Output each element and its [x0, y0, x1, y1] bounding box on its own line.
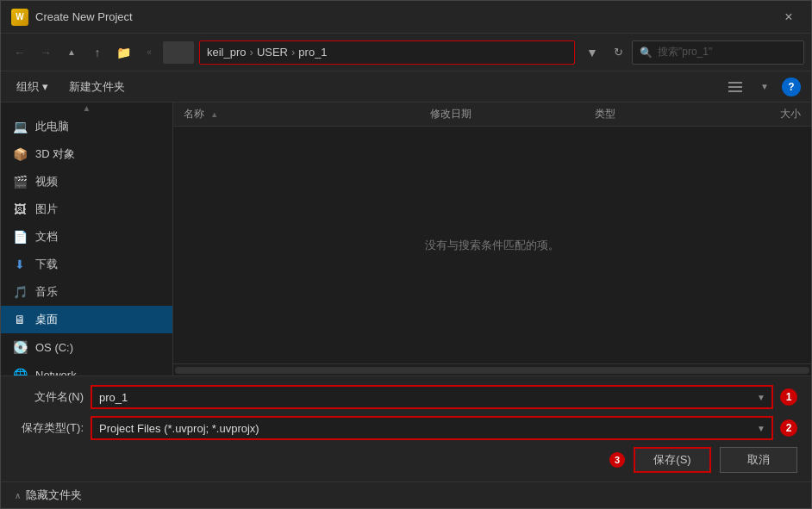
main-content: ▲ 💻 此电脑 📦 3D 对象 🎬 视频 🖼 图片 📄 文档: [1, 102, 811, 376]
3d-icon: 📦: [11, 146, 28, 163]
file-list-body: 没有与搜索条件匹配的项。: [173, 127, 811, 363]
nav-separator: «: [137, 40, 161, 65]
sidebar-item-os[interactable]: 💽 OS (C:): [1, 333, 172, 361]
breadcrumb-part2: USER: [257, 46, 288, 59]
up-small-button[interactable]: ▲: [59, 40, 84, 65]
nav-bar: ← → ▲ ↑ 📁 « keil_pro › USER › pro_1 ▼ ↻ …: [1, 34, 811, 71]
filetype-row: 保存类型(T): ▼ 2: [15, 416, 797, 440]
desktop-icon: 🖥: [11, 311, 28, 328]
chevron-icon: ∧: [15, 491, 21, 500]
sidebar-label-doc: 文档: [35, 229, 58, 245]
sidebar-item-3d[interactable]: 📦 3D 对象: [1, 140, 172, 168]
h-scroll-track[interactable]: [175, 367, 809, 374]
svg-rect-2: [728, 90, 742, 92]
search-box[interactable]: 🔍 搜索"pro_1": [632, 40, 804, 65]
badge-2: 2: [780, 419, 797, 437]
photo-icon: 🖼: [11, 201, 28, 218]
filename-label: 文件名(N): [15, 389, 84, 405]
sidebar-item-network[interactable]: 🌐 Network: [1, 361, 172, 376]
network-icon: 🌐: [11, 366, 28, 376]
save-button[interactable]: 保存(S): [634, 447, 711, 473]
filename-row: 文件名(N) ▼ 1: [15, 385, 797, 409]
column-headers: 名称 ▲ 修改日期 类型 大小: [173, 102, 811, 127]
sidebar-item-video[interactable]: 🎬 视频: [1, 168, 172, 196]
col-name[interactable]: 名称 ▲: [184, 107, 430, 121]
forward-button[interactable]: →: [34, 40, 58, 65]
badge-3: 3: [609, 452, 625, 468]
sidebar-item-doc[interactable]: 📄 文档: [1, 223, 172, 251]
svg-rect-0: [728, 82, 742, 84]
app-icon: W: [11, 9, 28, 26]
doc-icon: 📄: [11, 228, 28, 245]
filename-input-wrapper: ▼: [91, 385, 773, 409]
search-icon: 🔍: [640, 47, 653, 59]
close-button[interactable]: ×: [777, 5, 801, 29]
download-icon: ⬇: [11, 256, 28, 273]
sidebar-item-download[interactable]: ⬇ 下载: [1, 251, 172, 278]
new-folder-button[interactable]: 新建文件夹: [64, 78, 130, 96]
window-title: Create New Project: [35, 10, 777, 23]
filename-input[interactable]: [91, 385, 773, 409]
btn-row: 3 保存(S) 取消: [15, 447, 797, 473]
pc-icon: 💻: [11, 118, 28, 135]
os-icon: 💽: [11, 338, 28, 356]
badge-1: 1: [780, 388, 797, 406]
search-placeholder: 搜索"pro_1": [658, 45, 712, 59]
refresh-button[interactable]: ↻: [606, 40, 630, 65]
col-type[interactable]: 类型: [595, 107, 718, 121]
music-icon: 🎵: [11, 283, 28, 301]
sidebar-label-3d: 3D 对象: [35, 146, 75, 162]
nav-box: [163, 41, 194, 64]
toolbar: 组织 ▾ 新建文件夹 ▼ ?: [1, 71, 811, 102]
filetype-select-wrapper: ▼: [91, 416, 773, 440]
empty-message: 没有与搜索条件匹配的项。: [425, 238, 559, 253]
scroll-up: ▲: [1, 102, 172, 113]
hide-folder-label: 隐藏文件夹: [26, 487, 82, 503]
col-size[interactable]: 大小: [719, 107, 801, 121]
bottom-form: 文件名(N) ▼ 1 保存类型(T): ▼ 2 3 保存(S) 取消: [1, 376, 811, 481]
view-button[interactable]: [723, 77, 747, 97]
view-dropdown[interactable]: ▼: [753, 77, 777, 97]
sidebar-label-os: OS (C:): [35, 341, 73, 354]
breadcrumb-bar[interactable]: keil_pro › USER › pro_1: [199, 40, 575, 65]
cancel-button[interactable]: 取消: [720, 447, 797, 473]
filetype-label: 保存类型(T):: [15, 420, 84, 436]
toolbar-right: ▼ ?: [723, 77, 801, 97]
sidebar-item-photo[interactable]: 🖼 图片: [1, 196, 172, 223]
dialog-window: W Create New Project × ← → ▲ ↑ 📁 « keil_…: [0, 0, 812, 509]
hide-folder-row[interactable]: ∧ 隐藏文件夹: [1, 481, 811, 508]
sidebar-label-video: 视频: [35, 174, 58, 189]
dropdown-btn[interactable]: ▼: [580, 40, 604, 65]
video-icon: 🎬: [11, 173, 28, 190]
breadcrumb-part1: keil_pro: [207, 46, 247, 59]
h-scrollbar[interactable]: [173, 363, 811, 376]
sep2: ›: [291, 46, 295, 59]
sidebar-item-pc[interactable]: 💻 此电脑: [1, 113, 172, 140]
up-button[interactable]: ↑: [85, 40, 109, 65]
sidebar-item-music[interactable]: 🎵 音乐: [1, 278, 172, 306]
title-bar: W Create New Project ×: [1, 1, 811, 34]
folder-icon-btn[interactable]: 📁: [111, 40, 135, 65]
help-button[interactable]: ?: [782, 78, 801, 96]
filetype-input[interactable]: [91, 416, 773, 440]
file-area: 名称 ▲ 修改日期 类型 大小 没有与搜索条件匹配的项。: [173, 102, 811, 376]
breadcrumb-part3: pro_1: [298, 46, 327, 59]
sidebar: ▲ 💻 此电脑 📦 3D 对象 🎬 视频 🖼 图片 📄 文档: [1, 102, 173, 376]
sidebar-label-desktop: 桌面: [35, 312, 58, 327]
col-date[interactable]: 修改日期: [430, 107, 595, 121]
sidebar-label-photo: 图片: [35, 202, 58, 217]
sidebar-label-music: 音乐: [35, 284, 58, 300]
sidebar-item-desktop[interactable]: 🖥 桌面: [1, 306, 172, 333]
back-button[interactable]: ←: [8, 40, 32, 65]
sidebar-label-pc: 此电脑: [35, 119, 69, 134]
svg-rect-1: [728, 86, 742, 88]
sidebar-label-network: Network: [35, 369, 77, 376]
sidebar-label-download: 下载: [35, 257, 58, 272]
organize-button[interactable]: 组织 ▾: [11, 78, 53, 96]
sep1: ›: [250, 46, 253, 59]
